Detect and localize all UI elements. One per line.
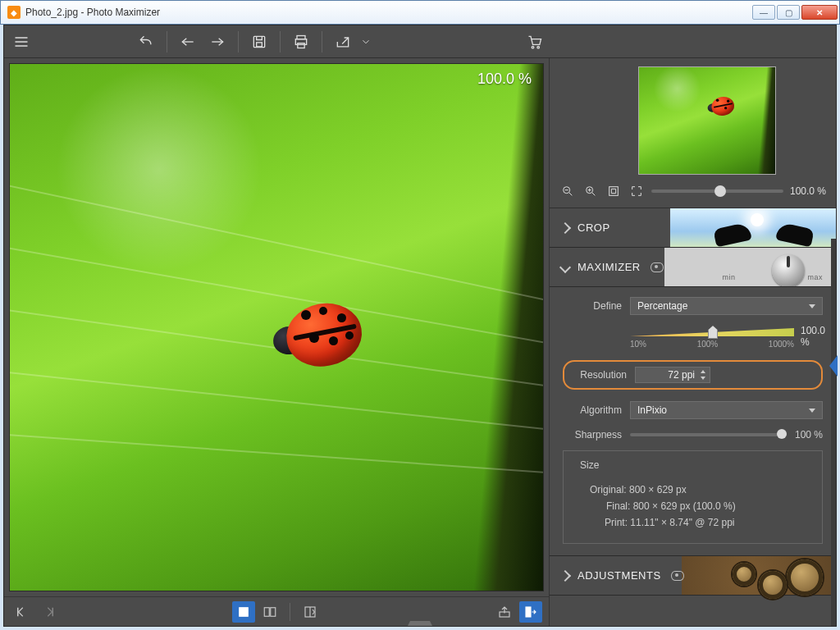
app-frame: 100.0 % [3, 25, 837, 627]
tick-100: 100% [697, 340, 719, 349]
side-scrollbar[interactable] [831, 239, 836, 626]
sharpness-value: 100 % [795, 429, 823, 441]
caret-down-icon [809, 409, 815, 413]
fit-screen-icon[interactable] [605, 183, 622, 199]
panel-adjustments-title: ADJUSTMENTS [578, 569, 661, 582]
define-value: Percentage [637, 300, 687, 312]
svg-rect-8 [264, 607, 269, 616]
svg-rect-15 [609, 187, 619, 196]
canvas-zoom-label: 100.0 % [477, 71, 532, 88]
actual-size-icon[interactable] [628, 183, 645, 199]
chevron-down-icon [559, 261, 571, 272]
undo-button[interactable] [176, 30, 200, 54]
footer-separator [290, 603, 290, 621]
navigator-thumbnail[interactable] [638, 66, 776, 175]
dial-labels: min max [659, 273, 836, 281]
toolbar-separator [280, 31, 281, 52]
chevron-right-icon [559, 221, 571, 233]
undo-history-button[interactable] [134, 30, 158, 54]
resolution-value: 72 ppi [668, 369, 695, 381]
gear-icon [733, 563, 756, 586]
sharpness-slider[interactable] [630, 433, 787, 436]
next-image-button[interactable] [37, 601, 60, 623]
define-label: Define [563, 300, 622, 312]
share-button[interactable] [331, 30, 355, 54]
export-up-button[interactable] [493, 601, 516, 623]
zoom-slider[interactable] [651, 189, 783, 193]
panels-accordion: CROP MAXIMIZER min max [550, 208, 836, 626]
resolution-step-up[interactable] [698, 368, 708, 375]
image-canvas[interactable]: 100.0 % [9, 63, 544, 591]
algorithm-label: Algorithm [563, 404, 622, 416]
panel-adjustments-header[interactable]: ADJUSTMENTS [550, 556, 836, 596]
percentage-slider[interactable]: 10% 100% 1000% [630, 328, 794, 349]
svg-point-6 [537, 46, 540, 48]
svg-rect-7 [239, 607, 248, 616]
photo-ladybug [272, 295, 370, 373]
app-icon: ◆ [7, 6, 21, 19]
algorithm-value: InPixio [637, 404, 667, 416]
tick-1000: 1000% [769, 340, 794, 349]
view-compare-button[interactable] [258, 601, 281, 623]
percentage-value: 100.0 % [801, 325, 825, 348]
size-print: Print: 11.11" × 8.74" @ 72 ppi [605, 517, 810, 528]
maximize-button[interactable]: ▢ [777, 5, 800, 20]
gear-icon [787, 559, 823, 596]
svg-rect-1 [257, 42, 262, 46]
zoom-in-icon[interactable] [582, 183, 599, 199]
svg-rect-9 [270, 607, 275, 616]
resolution-step-down[interactable] [698, 375, 708, 381]
algorithm-select[interactable]: InPixio [630, 401, 823, 419]
crop-art-hands [714, 217, 813, 244]
zoom-value: 100.0 % [790, 185, 826, 197]
size-original: Original: 800 × 629 px [590, 484, 810, 495]
main-toolbar [4, 25, 836, 58]
sharpness-label: Sharpness [563, 429, 622, 441]
panel-maximizer-header[interactable]: MAXIMIZER min max [550, 248, 836, 287]
size-final: Final: 800 × 629 px (100.0 %) [606, 500, 810, 512]
svg-point-5 [532, 46, 534, 48]
print-button[interactable] [289, 30, 313, 54]
visibility-icon[interactable] [651, 262, 664, 272]
toolbar-separator [167, 31, 167, 52]
define-select[interactable]: Percentage [630, 297, 823, 315]
close-button[interactable]: ✕ [801, 5, 838, 20]
size-title: Size [575, 459, 604, 471]
view-split-button[interactable] [299, 601, 322, 623]
window-title: Photo_2.jpg - Photo Maximizer [25, 7, 752, 18]
footer-expand-handle[interactable] [408, 621, 432, 626]
size-group: Size Original: 800 × 629 px Final: 800 ×… [563, 450, 823, 544]
view-single-button[interactable] [232, 601, 255, 623]
canvas-footer [4, 596, 549, 626]
percentage-knob[interactable] [708, 326, 718, 339]
panel-crop-title: CROP [578, 221, 610, 234]
prev-image-button[interactable] [11, 601, 34, 623]
share-dropdown[interactable] [360, 30, 372, 54]
save-button[interactable] [247, 30, 272, 54]
cart-button[interactable] [523, 30, 547, 54]
svg-rect-0 [253, 36, 264, 47]
resolution-input[interactable]: 72 ppi [635, 367, 710, 383]
side-panel: 100.0 % CROP MAXIMIZER min [549, 58, 836, 626]
svg-rect-12 [526, 607, 531, 617]
visibility-icon[interactable] [671, 571, 684, 581]
panel-maximizer-title: MAXIMIZER [578, 261, 641, 273]
export-right-button[interactable] [519, 601, 542, 623]
chevron-right-icon [559, 569, 571, 581]
caret-down-icon [809, 304, 815, 308]
minimize-button[interactable]: — [752, 5, 775, 20]
svg-rect-4 [298, 43, 304, 48]
toolbar-separator [238, 31, 239, 52]
panel-maximizer-body: Define Percentage 10% 100% [550, 287, 836, 556]
main-pane: 100.0 % [4, 58, 549, 626]
resolution-row-highlight: Resolution 72 ppi [563, 360, 823, 390]
toolbar-separator [322, 31, 322, 52]
zoom-out-icon[interactable] [559, 183, 576, 199]
menu-button[interactable] [9, 30, 34, 54]
panel-crop-header[interactable]: CROP [550, 208, 836, 248]
gear-icon [759, 571, 787, 599]
redo-button[interactable] [205, 30, 230, 54]
window-titlebar: ◆ Photo_2.jpg - Photo Maximizer — ▢ ✕ [0, 0, 840, 25]
tick-10: 10% [630, 340, 646, 349]
navigator-zoom-row: 100.0 % [550, 178, 836, 208]
